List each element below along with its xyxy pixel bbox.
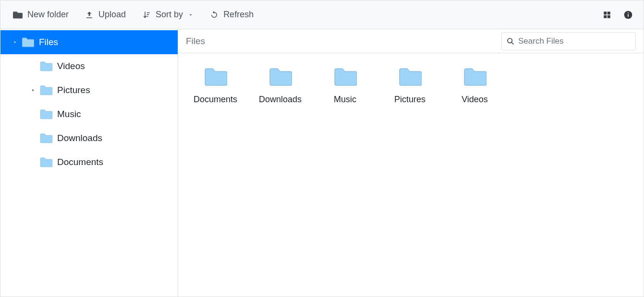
- grid-item-label: Pictures: [394, 95, 425, 105]
- upload-label: Upload: [98, 10, 126, 20]
- new-folder-label: New folder: [27, 10, 69, 20]
- svg-rect-3: [608, 15, 610, 18]
- refresh-icon: [210, 11, 219, 19]
- search-icon: [507, 37, 514, 45]
- chevron-down-icon: [188, 12, 194, 18]
- svg-line-8: [511, 42, 513, 44]
- grid-item-videos[interactable]: Videos: [442, 64, 507, 107]
- sort-by-button[interactable]: Sort by: [135, 6, 200, 24]
- sidebar-item-documents[interactable]: Documents: [0, 150, 178, 174]
- chevron-down-icon[interactable]: [10, 39, 20, 45]
- folder-icon: [334, 67, 357, 87]
- grid-item-label: Videos: [462, 95, 488, 105]
- upload-button[interactable]: Upload: [78, 6, 133, 24]
- folder-icon: [40, 85, 52, 95]
- main-header: Files: [178, 29, 644, 53]
- grid-item-downloads[interactable]: Downloads: [248, 64, 313, 107]
- sort-icon: [142, 11, 151, 19]
- sidebar-item-label: Documents: [57, 157, 178, 167]
- grid-item-pictures[interactable]: Pictures: [377, 64, 442, 107]
- chevron-right-icon[interactable]: [28, 88, 38, 93]
- folder-plus-icon: [13, 11, 23, 19]
- info-icon: [623, 10, 633, 20]
- sidebar-item-music[interactable]: Music: [0, 102, 178, 126]
- sidebar-item-pictures[interactable]: Pictures: [0, 78, 178, 102]
- folder-icon: [463, 67, 486, 87]
- folder-icon: [399, 67, 422, 87]
- sidebar-item-downloads[interactable]: Downloads: [0, 126, 178, 150]
- folder-icon: [40, 133, 52, 143]
- folder-icon: [40, 61, 52, 71]
- svg-rect-1: [608, 12, 610, 14]
- folder-icon: [40, 157, 52, 167]
- main-panel: Files Documents: [178, 29, 644, 297]
- svg-rect-2: [604, 15, 607, 18]
- sidebar-item-files[interactable]: Files: [0, 30, 178, 54]
- grid-item-documents[interactable]: Documents: [183, 64, 248, 107]
- sidebar-item-label: Music: [57, 109, 178, 119]
- folder-icon: [40, 109, 52, 119]
- toolbar: New folder Upload Sort by Refresh: [0, 0, 644, 29]
- search-box[interactable]: [501, 32, 636, 50]
- sort-by-label: Sort by: [156, 10, 183, 20]
- svg-rect-0: [604, 12, 607, 14]
- grid-item-label: Downloads: [259, 95, 302, 105]
- search-input[interactable]: [518, 36, 631, 46]
- svg-rect-5: [628, 14, 629, 17]
- grid-item-music[interactable]: Music: [313, 64, 377, 107]
- svg-rect-6: [628, 12, 629, 13]
- sidebar-item-videos[interactable]: Videos: [0, 54, 178, 78]
- new-folder-button[interactable]: New folder: [6, 6, 75, 24]
- upload-icon: [85, 11, 94, 19]
- sidebar-item-label: Videos: [57, 61, 178, 71]
- sidebar-item-label: Pictures: [57, 85, 178, 95]
- info-button[interactable]: [619, 5, 638, 24]
- view-grid-button[interactable]: [597, 5, 617, 24]
- grid-item-label: Music: [334, 95, 356, 105]
- sidebar: Files Videos Pictures: [0, 29, 178, 297]
- folder-icon: [204, 67, 227, 87]
- refresh-label: Refresh: [223, 10, 254, 20]
- breadcrumb[interactable]: Files: [186, 36, 501, 47]
- folder-icon: [269, 67, 292, 87]
- sidebar-item-label: Downloads: [57, 133, 178, 143]
- grid-icon: [603, 11, 611, 19]
- grid-item-label: Documents: [194, 95, 237, 105]
- refresh-button[interactable]: Refresh: [203, 6, 260, 24]
- sidebar-root-label: Files: [39, 37, 178, 48]
- folder-icon: [22, 37, 34, 48]
- folder-grid: Documents Downloads Music: [178, 53, 644, 128]
